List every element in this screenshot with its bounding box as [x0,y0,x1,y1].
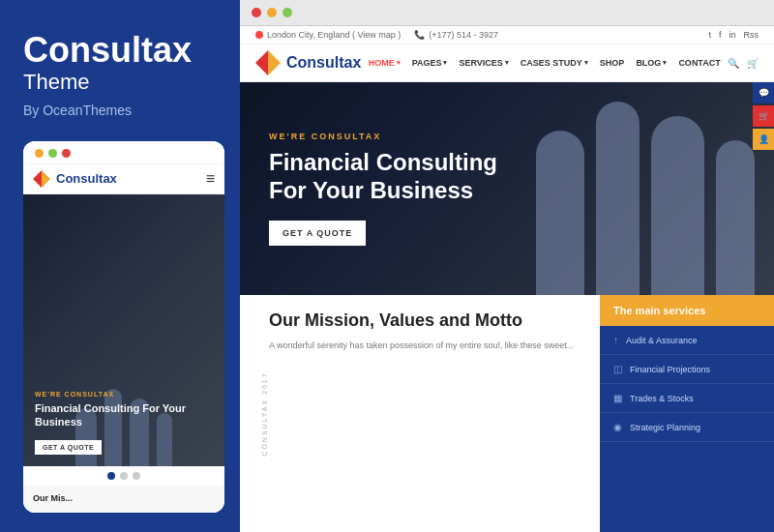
sidebar-user-icon[interactable]: 👤 [753,129,774,150]
facebook-link[interactable]: f [719,30,722,40]
service-item-audit[interactable]: ↑ Audit & Assurance [600,326,774,355]
right-panel: London City, England ( View map ) 📞 (+17… [240,0,774,532]
mobile-dot-green [48,149,57,158]
mobile-hero-tag: WE'RE CONSULTAX [35,391,213,398]
sidebar-chat-icon[interactable]: 💬 [753,82,774,103]
hero-tag: WE'RE CONSULTAX [269,132,745,141]
mobile-logo-text: Consultax [56,171,117,186]
mobile-dot-2 [120,472,128,480]
financial-label: Financial Projections [630,365,710,374]
site-logo-area: Consultax [255,50,361,75]
svg-marker-0 [33,170,42,188]
services-header: The main services [600,295,774,326]
sidebar-cart-icon[interactable]: 🛒 [753,105,774,127]
nav-icons: 🔍 🛒 [728,58,759,69]
site-social-links: t f in Rss [708,30,759,40]
services-list: ↑ Audit & Assurance ◫ Financial Projecti… [600,326,774,442]
mobile-logo-icon [33,170,50,188]
services-panel: The main services ↑ Audit & Assurance ◫ … [600,295,774,532]
mobile-hero-title: Financial Consulting For Your Business [35,401,213,429]
browser-dot-green [283,8,292,17]
mobile-traffic-lights [35,149,71,158]
browser-dot-yellow [267,8,277,17]
nav-blog[interactable]: BLOG ▾ [636,58,667,68]
mission-title: Our Mission, Values and Motto [259,310,580,332]
mission-text: A wonderful serenity has taken possessio… [259,340,580,353]
mobile-menu-icon[interactable]: ≡ [206,170,215,188]
location-text: London City, England ( View map ) [267,30,401,40]
strategic-label: Strategic Planning [630,423,700,432]
trades-label: Trades & Stocks [630,394,694,403]
left-panel: Consultax Theme By OceanThemes Consultax… [0,0,240,532]
service-item-strategic[interactable]: ◉ Strategic Planning [600,413,774,442]
theme-subtitle: Theme [23,70,217,95]
service-item-financial[interactable]: ◫ Financial Projections [600,355,774,384]
nav-services[interactable]: SERVICES ▾ [459,58,508,68]
mobile-mission-preview: Our Mis... [23,486,224,513]
mobile-mission-title: Our Mis... [33,493,215,505]
nav-blog-caret: ▾ [663,59,667,67]
browser-dot-red [252,8,261,17]
svg-marker-3 [268,50,281,75]
theme-author: By OceanThemes [23,103,217,118]
hero-title: Financial Consulting For Your Business [269,149,540,205]
trades-icon: ▦ [613,393,622,403]
mobile-cta-button[interactable]: GET A QUOTE [35,440,102,455]
phone-text: (+177) 514 - 3927 [429,30,498,40]
nav-pages-caret: ▾ [443,59,447,67]
mobile-dot-red [62,149,71,158]
site-header: Consultax HOME ▾ PAGES ▾ SERVICES ▾ CASE… [240,44,774,82]
site-nav: HOME ▾ PAGES ▾ SERVICES ▾ CASES STUDY ▾ … [369,58,721,68]
hero-sidebar: 💬 🛒 👤 [753,82,774,295]
theme-title: Consultax [23,31,217,70]
nav-shop[interactable]: SHOP [600,58,625,68]
nav-cases[interactable]: CASES STUDY ▾ [521,58,588,68]
mobile-dot-3 [133,472,140,480]
audit-icon: ↑ [613,335,618,345]
browser-chrome [240,0,774,26]
search-icon[interactable]: 🔍 [728,58,739,69]
svg-marker-2 [255,50,268,75]
linkedin-link[interactable]: in [729,30,735,40]
nav-home[interactable]: HOME ▾ [369,58,401,68]
location-icon [255,31,263,39]
mobile-hero-content: WE'RE CONSULTAX Financial Consulting For… [35,391,213,456]
site-logo-text: Consultax [286,54,361,72]
rss-link[interactable]: Rss [744,30,759,40]
mobile-dot-1 [107,472,115,480]
mobile-preview: Consultax ≡ WE'RE CONSULTAX Financial Co… [23,141,224,513]
hero-content: WE'RE CONSULTAX Financial Consulting For… [269,132,745,246]
hero-cta-button[interactable]: GET A QUOTE [269,221,366,246]
mobile-dot-yellow [35,149,44,158]
site-below-hero: CONSULTAX 2017 Our Mission, Values and M… [240,295,774,532]
audit-label: Audit & Assurance [626,336,698,345]
site-topbar-left: London City, England ( View map ) 📞 (+17… [255,30,498,40]
mission-rotated-label: CONSULTAX 2017 [261,371,268,456]
twitter-link[interactable]: t [708,30,711,40]
financial-icon: ◫ [613,364,622,374]
browser-content: London City, England ( View map ) 📞 (+17… [240,26,774,532]
cart-icon[interactable]: 🛒 [747,58,759,69]
mobile-hero: WE'RE CONSULTAX Financial Consulting For… [23,194,224,467]
nav-home-caret: ▾ [397,59,401,67]
site-logo-icon [255,50,281,75]
mobile-bottom-dots [23,466,224,486]
nav-services-caret: ▾ [505,59,509,67]
phone-icon: 📞 [414,30,425,40]
strategic-icon: ◉ [613,422,622,432]
site-topbar: London City, England ( View map ) 📞 (+17… [240,26,774,44]
site-hero: WE'RE CONSULTAX Financial Consulting For… [240,82,774,295]
service-item-trades[interactable]: ▦ Trades & Stocks [600,384,774,413]
svg-marker-1 [42,170,50,188]
nav-cases-caret: ▾ [584,59,588,67]
services-header-text: The main services [613,305,705,316]
site-mission: CONSULTAX 2017 Our Mission, Values and M… [240,295,600,532]
nav-pages[interactable]: PAGES ▾ [412,58,448,68]
mobile-topbar [23,141,224,164]
nav-contact[interactable]: CONTACT [678,58,720,68]
mobile-logo: Consultax [33,170,117,188]
